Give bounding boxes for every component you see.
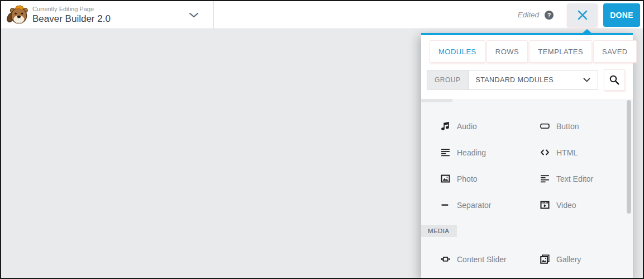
module-label: Photo (457, 174, 478, 183)
module-label: Gallery (556, 255, 581, 264)
module-label: Separator (457, 201, 491, 210)
module-label: Button (556, 122, 579, 131)
module-group-select[interactable]: STANDARD MODULES (468, 70, 598, 90)
module-label: Heading (457, 148, 486, 157)
tab-rows[interactable]: ROWS (486, 40, 528, 63)
close-x-icon (576, 9, 589, 21)
html-icon (539, 148, 550, 157)
done-button[interactable]: DONE (603, 3, 640, 27)
group-label: GROUP (427, 70, 468, 90)
panel-header: MODULES ROWS TEMPLATES SAVED GROUP STAND… (421, 35, 633, 99)
media-section-label: MEDIA (421, 225, 457, 237)
gallery-icon (539, 254, 550, 264)
video-icon (539, 200, 550, 210)
module-text-editor[interactable]: Text Editor (521, 165, 627, 192)
help-icon[interactable]: ? (545, 11, 554, 20)
beaver-builder-window: Currently Editing Page Beaver Builder 2.… (0, 0, 644, 279)
chevron-down-icon (583, 78, 590, 82)
top-bar-actions: Edited ? DONE (214, 1, 643, 29)
tab-saved[interactable]: SAVED (593, 40, 637, 63)
panel-scrollbar-thumb[interactable] (627, 100, 631, 214)
tab-modules[interactable]: MODULES (430, 40, 485, 63)
panel-pointer-arrow (582, 29, 592, 34)
module-video[interactable]: Video (521, 192, 627, 218)
chevron-down-icon (189, 12, 199, 18)
content-panel: MODULES ROWS TEMPLATES SAVED GROUP STAND… (421, 33, 633, 278)
module-label: Content Slider (457, 255, 507, 264)
audio-icon (440, 121, 451, 131)
modules-list-area: Audio Button Heading (421, 99, 633, 278)
heading-icon (440, 148, 451, 157)
media-modules-grid: Content Slider Gallery (421, 237, 633, 272)
search-modules-button[interactable] (604, 69, 625, 91)
separator-icon (440, 200, 451, 210)
photo-icon (440, 174, 451, 183)
page-switcher-titles: Currently Editing Page Beaver Builder 2.… (32, 6, 111, 25)
module-audio[interactable]: Audio (421, 113, 521, 139)
module-gallery[interactable]: Gallery (521, 246, 627, 272)
module-label: Audio (457, 122, 477, 131)
module-photo[interactable]: Photo (421, 165, 521, 192)
standard-modules-grid: Audio Button Heading (421, 102, 633, 218)
top-bar: Currently Editing Page Beaver Builder 2.… (1, 1, 643, 29)
tab-templates[interactable]: TEMPLATES (529, 40, 592, 63)
close-builder-button[interactable] (567, 3, 598, 27)
search-icon (609, 74, 620, 86)
module-label: HTML (556, 148, 578, 157)
media-section-header: MEDIA (421, 225, 633, 237)
page-title: Beaver Builder 2.0 (32, 13, 111, 25)
module-label: Video (556, 201, 576, 210)
module-heading[interactable]: Heading (421, 139, 521, 165)
edited-status: Edited (518, 11, 539, 19)
module-button[interactable]: Button (521, 113, 627, 139)
beaver-builder-logo-icon (6, 4, 29, 26)
button-icon (539, 121, 550, 131)
module-html[interactable]: HTML (521, 139, 627, 165)
text-editor-icon (539, 174, 550, 183)
page-switcher-dropdown[interactable]: Currently Editing Page Beaver Builder 2.… (1, 1, 214, 29)
content-slider-icon (440, 254, 451, 264)
panel-tabs: MODULES ROWS TEMPLATES SAVED (426, 40, 627, 63)
module-separator[interactable]: Separator (421, 192, 521, 218)
group-selected-value: STANDARD MODULES (476, 76, 554, 84)
module-content-slider[interactable]: Content Slider (421, 246, 521, 272)
currently-editing-label: Currently Editing Page (32, 6, 111, 12)
group-filter-row: GROUP STANDARD MODULES (427, 69, 625, 91)
module-label: Text Editor (556, 174, 593, 183)
